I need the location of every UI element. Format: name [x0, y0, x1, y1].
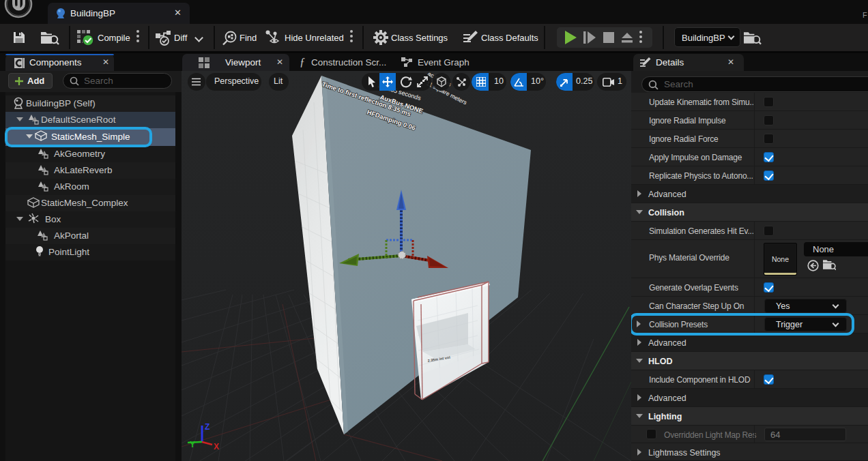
svg-text:Z: Z	[205, 422, 209, 432]
svg-text:Y: Y	[190, 440, 195, 449]
svg-text:X: X	[214, 442, 219, 451]
